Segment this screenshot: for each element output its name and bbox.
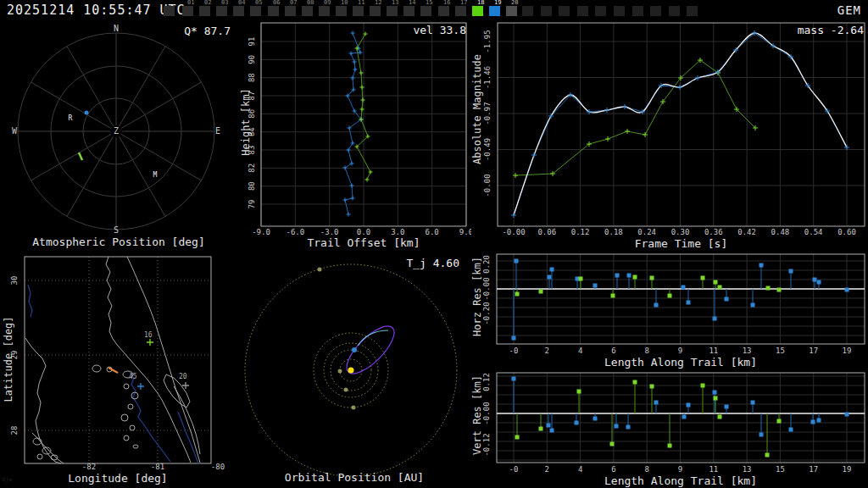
frame-number-label: 02	[204, 0, 211, 6]
lake-outline	[92, 365, 101, 372]
polar-spoke	[120, 47, 166, 126]
residual-point-green	[515, 435, 520, 440]
tick-label: -0.00	[502, 228, 525, 236]
tick-label: -0.20	[482, 302, 491, 324]
tick-label: -81	[151, 463, 164, 471]
lake-outline	[128, 404, 133, 409]
frame-indicator-01[interactable]	[182, 6, 193, 16]
frame-indicator-06[interactable]	[268, 6, 279, 16]
plot-frame	[498, 23, 865, 226]
data-point	[359, 51, 363, 55]
orbital-position-panel: T_j 4.60 Orbital Position [AU]	[237, 251, 471, 488]
tick-label: 0.0	[357, 228, 370, 236]
residual-point-green	[701, 384, 705, 388]
vertical-residuals-panel: -02468911131517190.12-0.00-0.12 Vert Res…	[471, 369, 868, 488]
residual-point-green	[714, 396, 718, 401]
tick-label: 8	[644, 465, 648, 474]
tick-label: 6	[611, 465, 615, 474]
frame-indicator-slot-27[interactable]	[632, 6, 643, 16]
tick-label: 0.12	[571, 228, 590, 236]
sun-dot	[348, 368, 354, 374]
residual-point-blue	[713, 391, 717, 395]
coast-line	[32, 433, 64, 463]
frame-indicator-slot-30[interactable]	[687, 6, 698, 16]
tick-label: 3.0	[391, 228, 404, 236]
tick-label: 9	[678, 465, 682, 474]
frame-indicator-slot-21[interactable]	[522, 6, 533, 16]
tick-label: 17	[809, 465, 818, 474]
lake-outline	[121, 414, 128, 421]
frame-indicator-slot-24[interactable]	[577, 6, 588, 16]
data-point	[622, 104, 627, 109]
residual-point-blue	[627, 274, 632, 278]
frame-indicator-slot-26[interactable]	[614, 6, 625, 16]
top-status-bar: 20251214 10:55:47 UTC 010203040506070809…	[0, 0, 868, 20]
horz-res-y-axis-label: Horz Res [km]	[471, 237, 483, 356]
frame-indicator-slot-22[interactable]	[541, 6, 552, 16]
panel-title-orbital: Orbital Position [AU]	[237, 471, 471, 484]
tisserand-stat: T_j 4.60	[406, 257, 459, 269]
frame-indicator-04[interactable]	[233, 6, 244, 16]
frame-indicator-13[interactable]	[387, 6, 398, 16]
data-point	[625, 129, 630, 134]
residual-point-blue	[687, 403, 691, 408]
residual-point-green	[633, 380, 637, 385]
tick-label: -1.95	[483, 30, 492, 53]
frame-indicator-15[interactable]	[420, 6, 431, 16]
frame-indicator-05[interactable]	[250, 6, 261, 16]
frame-indicator-slot-25[interactable]	[595, 6, 606, 16]
data-point	[349, 52, 353, 56]
tick-label: 9.0	[459, 228, 471, 236]
residual-point-green	[766, 286, 771, 291]
station-marker-45	[137, 383, 144, 390]
tick-label: -0.49	[483, 138, 492, 161]
residual-point-blue	[512, 336, 516, 341]
frame-indicator-08[interactable]	[302, 6, 313, 16]
data-point	[343, 166, 348, 170]
tick-label: 0.60	[837, 228, 856, 236]
frame-indicator-17[interactable]	[455, 6, 466, 16]
magnitude-x-axis-label: Frame Time [s]	[498, 237, 865, 250]
frame-indicator-09[interactable]	[319, 6, 330, 16]
frame-indicator-07[interactable]	[285, 6, 296, 16]
residual-point-blue	[512, 377, 516, 381]
frame-indicator-14[interactable]	[403, 6, 415, 16]
frame-number-label: 14	[409, 0, 415, 6]
frame-indicator-02[interactable]	[199, 6, 210, 16]
data-point	[343, 198, 348, 202]
tick-label: -1.46	[483, 66, 492, 89]
data-point	[351, 76, 355, 80]
trail-y-axis-label: Height [km]	[240, 37, 252, 207]
residual-point-blue	[751, 303, 755, 308]
frame-indicator-19[interactable]	[489, 6, 500, 16]
frame-indicator-10[interactable]	[336, 6, 347, 16]
horizontal-residuals-plot: -02468911131517190.20-0.00-0.20	[471, 251, 868, 369]
residual-point-green	[577, 390, 581, 394]
frame-number-label: 20	[511, 0, 518, 6]
magnitude-plot: -0.000.060.120.180.240.300.360.420.480.5…	[471, 20, 868, 251]
compass-label-south: S	[114, 225, 119, 235]
frame-indicator-slot-28[interactable]	[650, 6, 661, 16]
moon-label: M	[153, 171, 158, 179]
frame-indicator-16[interactable]	[438, 6, 449, 16]
tick-label: -0.00	[483, 174, 492, 197]
frame-indicator-slot-0[interactable]	[164, 6, 175, 16]
frame-indicator-12[interactable]	[370, 6, 381, 16]
frame-indicator-slot-23[interactable]	[559, 6, 570, 16]
trail-offset-panel: -9.0-6.0-3.00.03.06.09.09190888786848382…	[237, 20, 471, 251]
frame-indicator-slot-29[interactable]	[669, 6, 680, 16]
tick-label: 8	[644, 347, 648, 355]
tick-label: 0.12	[482, 373, 491, 391]
tick-label: 0.54	[804, 228, 823, 236]
vertical-residuals-plot: -02468911131517190.12-0.00-0.12	[471, 369, 868, 488]
frame-indicator-03[interactable]	[216, 6, 227, 16]
frame-indicator-20[interactable]	[506, 6, 517, 16]
frame-indicator-11[interactable]	[353, 6, 364, 16]
residual-point-blue	[725, 405, 729, 409]
frame-number-label: 04	[238, 0, 245, 6]
residual-point-green	[579, 277, 583, 281]
data-point	[350, 162, 354, 166]
tick-label: -80	[211, 463, 225, 471]
residual-point-blue	[813, 278, 817, 282]
residual-point-blue	[550, 429, 554, 433]
